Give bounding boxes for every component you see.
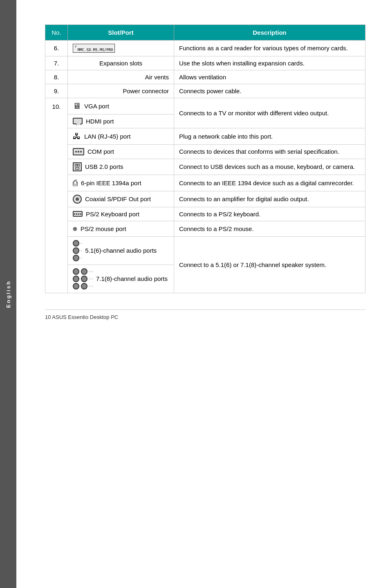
table-row: 🖧 LAN (RJ-45) port Plug a network cable … — [45, 128, 365, 144]
air-vents-label: Air vents — [145, 74, 169, 81]
description-cell: Connects to an amplifier for digital aud… — [174, 191, 365, 207]
hdmi-icon — [73, 118, 83, 124]
table-row: COM port Connects to devices that confor… — [45, 144, 365, 159]
table-row: ◦ ◦ ◦ 5.1(6) — [45, 236, 365, 265]
table-row: 7. Expansion slots Use the slots when in… — [45, 56, 365, 70]
coaxial-icon — [73, 195, 82, 204]
table-row: ⎈ PS/2 mouse port Connects to a PS/2 mou… — [45, 221, 365, 236]
page-container: English No. Slot/Port Description 6. — [0, 0, 390, 588]
ports-table: No. Slot/Port Description 6. ⌜MMC.SD.MS.… — [45, 25, 365, 293]
vga-icon: 🖥 — [73, 101, 81, 111]
slot-cell: ◦ ◦ ◦ ◦ ◦ ◦ — [68, 265, 174, 293]
ieee-label: 6-pin IEEE 1394a port — [81, 180, 141, 186]
description-cell: Connects to devices that conforms with s… — [174, 144, 365, 159]
slot-cell: ⎈ PS/2 mouse port — [68, 221, 174, 236]
audio51-label: 5.1(6)-channel audio ports — [85, 247, 157, 254]
row-number: 6. — [45, 40, 68, 56]
audio71-icons: ◦ ◦ ◦ ◦ ◦ ◦ — [73, 268, 93, 290]
description-cell: Connects to a TV or monitor with differe… — [174, 98, 365, 128]
row-number: 7. — [45, 56, 68, 70]
row-number: 8. — [45, 70, 68, 84]
ps2kb-icon — [73, 211, 83, 217]
slot-cell: ⎙ 6-pin IEEE 1394a port — [68, 175, 174, 191]
row-number: 9. — [45, 84, 68, 98]
lan-icon: 🖧 — [73, 132, 81, 141]
description-cell: Connect to USB devices such as a mouse, … — [174, 159, 365, 175]
slot-cell: USB 2.0 ports — [68, 159, 174, 175]
table-row: USB 2.0 ports Connect to USB devices suc… — [45, 159, 365, 175]
ps2mouse-label: PS/2 mouse port — [81, 225, 126, 232]
slot-cell: 🖥 VGA port — [68, 98, 174, 114]
com-label: COM port — [87, 148, 114, 155]
hdmi-label: HDMI port — [86, 118, 114, 125]
audio-port-icon — [81, 276, 87, 282]
com-icon — [73, 148, 84, 155]
audio-port-icon — [73, 283, 79, 290]
slot-cell: ⌜MMC.SD.MS.MS/PRO — [68, 40, 174, 56]
slot-cell: Coaxial S/PDIF Out port — [68, 191, 174, 207]
coaxial-label: Coaxial S/PDIF Out port — [85, 195, 151, 202]
audio-port-icon — [73, 240, 79, 247]
ps2kb-label: PS/2 Keyboard port — [86, 211, 139, 218]
table-row: ⎙ 6-pin IEEE 1394a port Connects to an I… — [45, 175, 365, 191]
row-10-number: 10. — [45, 98, 68, 293]
slot-cell: Expansion slots — [68, 56, 174, 70]
usb-icon — [73, 162, 82, 171]
description-cell: Use the slots when installing expansion … — [174, 56, 365, 70]
table-row: 8. Air vents Allows ventilation — [45, 70, 365, 84]
slot-cell: Power connector — [68, 84, 174, 98]
mmc-icon: ⌜MMC.SD.MS.MS/PRO — [73, 44, 115, 53]
table-row: PS/2 Keyboard port Connects to a PS/2 ke… — [45, 207, 365, 221]
audio-port-icon — [73, 268, 79, 275]
audio-port-icon — [81, 283, 87, 290]
slot-cell: PS/2 Keyboard port — [68, 207, 174, 221]
audio-port-icon — [73, 255, 79, 261]
ps2mouse-icon: ⎈ — [73, 224, 77, 233]
slot-cell: COM port — [68, 144, 174, 159]
header-description: Description — [174, 25, 365, 40]
audio-port-icon — [73, 247, 79, 254]
power-connector-label: Power connector — [123, 88, 169, 94]
table-row: 9. Power connector Connects power cable. — [45, 84, 365, 98]
description-cell: Connect to a 5.1(6) or 7.1(8)-channel sp… — [174, 236, 365, 293]
usb-label: USB 2.0 ports — [85, 163, 123, 170]
description-cell: Connects to a PS/2 keyboard. — [174, 207, 365, 221]
slot-cell: ◦ ◦ ◦ 5.1(6) — [68, 236, 174, 265]
sidebar-label: English — [5, 280, 11, 308]
table-row: 10. 🖥 VGA port Connects to a TV or monit… — [45, 98, 365, 114]
vga-label: VGA port — [84, 103, 109, 110]
expansion-slots-label: Expansion slots — [99, 60, 142, 67]
audio71-label: 7.1(8)-channel audio ports — [96, 275, 168, 282]
description-cell: Connects power cable. — [174, 84, 365, 98]
slot-cell: HDMI port — [68, 114, 174, 128]
audio-port-icon — [73, 276, 79, 282]
slot-cell: 🖧 LAN (RJ-45) port — [68, 128, 174, 144]
header-no: No. — [45, 25, 68, 40]
header-slot: Slot/Port — [68, 25, 174, 40]
description-cell: Plug a network cable into this port. — [174, 128, 365, 144]
description-cell: Connects to an IEEE 1394 device such as … — [174, 175, 365, 191]
ieee-icon: ⎙ — [73, 178, 78, 188]
table-row: Coaxial S/PDIF Out port Connects to an a… — [45, 191, 365, 207]
slot-cell: Air vents — [68, 70, 174, 84]
description-cell: Allows ventilation — [174, 70, 365, 84]
table-row: 6. ⌜MMC.SD.MS.MS/PRO Functions as a card… — [45, 40, 365, 56]
description-cell: Connects to a PS/2 mouse. — [174, 221, 365, 236]
footer: 10 ASUS Essentio Desktop PC — [45, 310, 365, 320]
footer-text: 10 ASUS Essentio Desktop PC — [45, 314, 118, 320]
table-section: No. Slot/Port Description 6. ⌜MMC.SD.MS.… — [45, 25, 365, 293]
audio-port-icon — [81, 268, 87, 275]
description-cell: Functions as a card reader for various t… — [174, 40, 365, 56]
lan-label: LAN (RJ-45) port — [84, 133, 130, 140]
audio51-icons: ◦ ◦ ◦ — [73, 240, 82, 261]
